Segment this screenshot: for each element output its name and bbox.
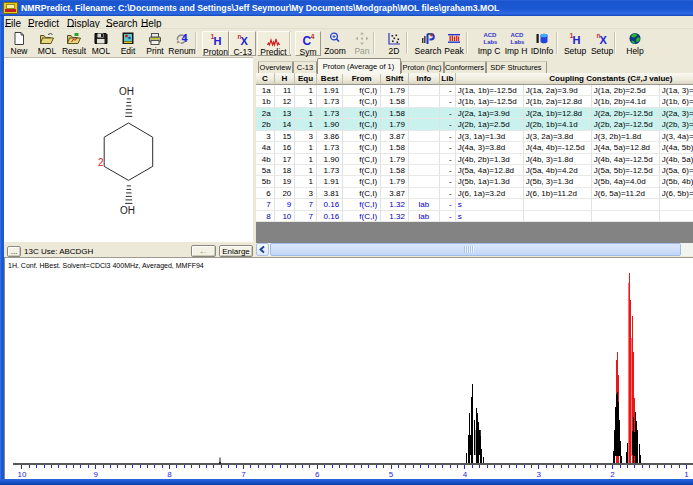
svg-text:9: 9	[93, 470, 98, 479]
svg-text:1: 1	[684, 470, 689, 479]
svg-text:7: 7	[241, 470, 246, 479]
svg-text:6: 6	[315, 470, 320, 479]
svg-text:10: 10	[17, 470, 26, 479]
svg-text:3: 3	[537, 470, 542, 479]
svg-text:4: 4	[463, 470, 468, 479]
svg-text:2: 2	[610, 470, 615, 479]
svg-text:8: 8	[167, 470, 172, 479]
svg-text:5: 5	[389, 470, 394, 479]
